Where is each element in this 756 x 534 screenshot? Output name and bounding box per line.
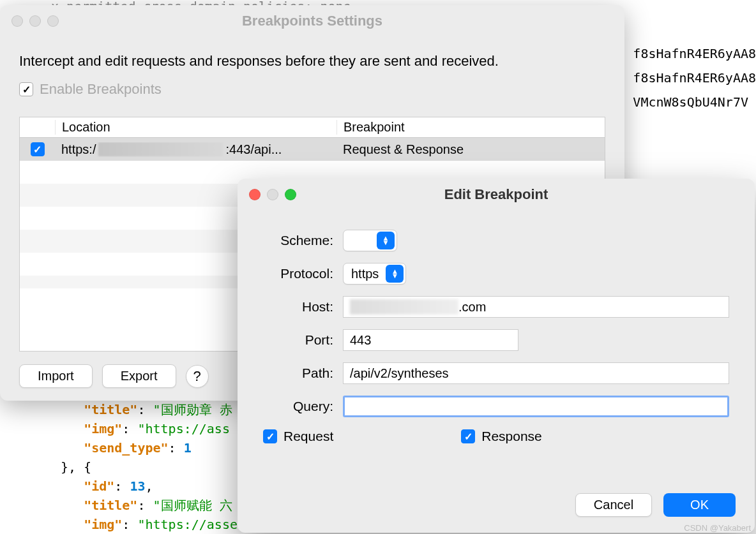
settings-titlebar: Breakpoints Settings	[0, 5, 624, 37]
request-checkbox-group: ✓ Request	[263, 429, 333, 444]
ok-button[interactable]: OK	[663, 493, 736, 517]
scheme-select[interactable]: ▲▼	[343, 230, 397, 251]
edit-titlebar: Edit Breakpoint	[238, 179, 755, 211]
row-breakpoint: Request & Response	[336, 142, 605, 157]
response-checkbox[interactable]: ✓	[461, 429, 475, 443]
host-input[interactable]: .com	[343, 296, 729, 318]
dialog-buttons: Cancel OK	[238, 480, 755, 533]
import-button[interactable]: Import	[19, 364, 93, 388]
response-label: Response	[481, 429, 542, 444]
scheme-label: Scheme:	[263, 233, 333, 248]
background-right-text: f8sHafnR4ER6yAA8 f8sHafnR4ER6yAA8 VMcnW8…	[633, 41, 756, 114]
edit-window-title: Edit Breakpoint	[238, 186, 755, 203]
settings-window-title: Breakpoints Settings	[0, 13, 624, 29]
table-header: Location Breakpoint	[20, 117, 605, 138]
chevron-updown-icon: ▲▼	[386, 265, 404, 283]
edit-form: Scheme: ▲▼ Protocol: https ▲▼ Host: .com…	[238, 211, 755, 480]
chevron-updown-icon: ▲▼	[377, 232, 395, 249]
edit-breakpoint-window: Edit Breakpoint Scheme: ▲▼ Protocol: htt…	[238, 179, 755, 533]
path-label: Path:	[263, 366, 333, 381]
table-row[interactable]: ✓ https:/ :443/api... Request & Response	[20, 138, 605, 161]
cancel-button[interactable]: Cancel	[575, 493, 652, 517]
column-location[interactable]: Location	[55, 120, 336, 135]
host-label: Host:	[263, 299, 333, 315]
port-label: Port:	[263, 332, 333, 348]
protocol-select[interactable]: https ▲▼	[343, 263, 406, 285]
redacted-host	[98, 142, 223, 156]
column-breakpoint[interactable]: Breakpoint	[336, 120, 605, 135]
path-input[interactable]	[343, 362, 729, 384]
enable-breakpoints-checkbox[interactable]: ✓	[19, 82, 33, 96]
protocol-label: Protocol:	[263, 266, 333, 281]
enable-breakpoints-row: ✓ Enable Breakpoints	[19, 81, 605, 98]
row-location: https:/ :443/api...	[55, 142, 336, 157]
request-label: Request	[284, 429, 333, 444]
query-input[interactable]	[343, 396, 729, 417]
port-input[interactable]	[343, 329, 518, 351]
row-checkbox[interactable]: ✓	[31, 142, 45, 156]
request-checkbox[interactable]: ✓	[263, 429, 277, 443]
enable-breakpoints-label: Enable Breakpoints	[40, 81, 162, 98]
redacted-host	[350, 299, 458, 315]
settings-intro: Intercept and edit requests and response…	[19, 53, 605, 70]
response-checkbox-group: ✓ Response	[461, 429, 542, 444]
export-button[interactable]: Export	[102, 364, 176, 388]
help-button[interactable]: ?	[186, 365, 209, 388]
query-label: Query:	[263, 399, 333, 414]
watermark: CSDN @Yakabert	[684, 523, 751, 533]
background-code: "id": 12, "title": "国师勋章 赤 "img": "https…	[61, 381, 238, 534]
